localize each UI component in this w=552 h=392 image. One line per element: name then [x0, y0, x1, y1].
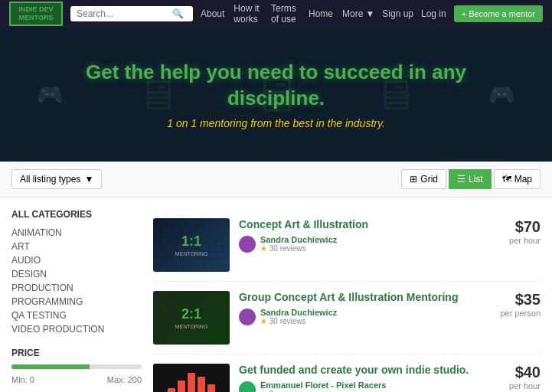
bar-1	[168, 388, 175, 393]
listing-card-3: Pixel Racers Get funded and create your …	[153, 354, 541, 392]
author-reviews-1: ★ 30 reviews	[260, 244, 337, 253]
thumb-sub-1: MENTORING	[175, 251, 208, 256]
hero-section: 🎮 🖥 🖥 🖥 🎮 Get the help you need to succe…	[0, 28, 552, 162]
category-production[interactable]: PRODUCTION	[11, 281, 142, 295]
grid-view-button[interactable]: ⊞ Grid	[401, 169, 446, 189]
categories-section: ALL CATEGORIES ANIMATION ART AUDIO DESIG…	[11, 209, 142, 336]
category-art[interactable]: ART	[11, 240, 142, 253]
listing-info-2: Group Concept Art & Illustration Mentori…	[239, 291, 478, 325]
price-unit-1: per hour	[487, 236, 541, 245]
list-view-button[interactable]: ☰ List	[449, 169, 492, 189]
listing-title-1[interactable]: Concept Art & Illustration	[239, 218, 478, 230]
log-in-link[interactable]: Log in	[421, 8, 446, 19]
price-unit-2: per person	[487, 309, 541, 318]
chevron-down-icon: ▼	[84, 174, 93, 185]
author-info-1: Sandra Duchiewicz ★ 30 reviews	[260, 235, 337, 253]
list-icon: ☰	[457, 174, 465, 185]
thumb-content-2: 2:1 MENTORING	[175, 306, 208, 329]
listing-price-3: $40 per hour	[487, 364, 541, 390]
listing-thumbnail-2[interactable]: 2:1 MENTORING	[153, 291, 230, 345]
main-content: ALL CATEGORIES ANIMATION ART AUDIO DESIG…	[0, 198, 552, 392]
bar-2	[178, 381, 185, 393]
category-video-production[interactable]: VIDEO PRODUCTION	[11, 322, 142, 336]
logo-line1: INDIE DEV	[15, 5, 57, 14]
header-actions: Sign up Log in + Become a mentor	[382, 5, 543, 22]
price-min-label: Min: 0	[11, 375, 34, 384]
author-reviews-2: ★ 30 reviews	[260, 317, 337, 325]
bar-5	[207, 384, 215, 393]
price-slider[interactable]	[11, 364, 142, 369]
bar-4	[198, 377, 205, 393]
category-qa-testing[interactable]: QA TESTING	[11, 309, 142, 322]
search-icon: 🔍	[172, 8, 184, 19]
thumb-label-1: 1:1	[175, 234, 208, 250]
chevron-down-icon: ▼	[365, 8, 374, 19]
star-rating-2: ★	[260, 317, 267, 325]
listings: 1:1 MENTORING Concept Art & Illustration…	[153, 209, 541, 392]
main-nav: About How it works Terms of use Home Mor…	[201, 3, 374, 24]
category-animation[interactable]: ANIMATION	[11, 226, 142, 240]
author-name-1[interactable]: Sandra Duchiewicz	[260, 235, 337, 244]
price-labels: Min: 0 Max: 200	[11, 375, 142, 384]
sign-up-link[interactable]: Sign up	[382, 8, 413, 19]
logo-line2: MENTORS	[15, 14, 57, 22]
listing-info-1: Concept Art & Illustration Sandra Duchie…	[239, 218, 478, 253]
listing-price-2: $35 per person	[487, 291, 541, 318]
bar-3	[188, 373, 195, 393]
sidebar: ALL CATEGORIES ANIMATION ART AUDIO DESIG…	[11, 209, 142, 392]
map-view-button[interactable]: 🗺 Map	[494, 169, 541, 189]
category-audio[interactable]: AUDIO	[11, 253, 142, 267]
view-toggle: ⊞ Grid ☰ List 🗺 Map	[401, 169, 541, 189]
price-amount-2: $35	[487, 291, 541, 309]
listing-thumbnail-3[interactable]: Pixel Racers	[153, 364, 230, 392]
nav-more[interactable]: More ▼	[342, 8, 374, 19]
star-rating-1: ★	[260, 244, 267, 253]
header: INDIE DEV MENTORS 🔍 About How it works T…	[0, 0, 552, 28]
listing-card-2: 2:1 MENTORING Group Concept Art & Illust…	[153, 282, 541, 354]
author-info-3: Emmanuel Floret - Pixel Racers ★ 9 revie…	[260, 381, 386, 392]
price-amount-3: $40	[487, 364, 541, 381]
listing-info-3: Get funded and create your own indie stu…	[239, 364, 478, 392]
listing-author-3: Emmanuel Floret - Pixel Racers ★ 9 revie…	[239, 381, 478, 392]
listing-thumbnail-1[interactable]: 1:1 MENTORING	[153, 218, 230, 272]
nav-home[interactable]: Home	[309, 8, 333, 19]
thumb-content-1: 1:1 MENTORING	[175, 234, 208, 256]
price-amount-1: $70	[487, 218, 541, 236]
hero-title: Get the help you need to succeed in any …	[47, 60, 506, 112]
hero-subtitle: 1 on 1 mentoring from the best in the in…	[167, 117, 385, 129]
listing-card: 1:1 MENTORING Concept Art & Illustration…	[153, 209, 541, 282]
search-bar: 🔍	[70, 6, 193, 21]
thumb-content-3: Pixel Racers	[168, 364, 215, 392]
author-info-2: Sandra Duchiewicz ★ 30 reviews	[260, 308, 337, 325]
map-icon: 🗺	[502, 174, 511, 185]
author-avatar-2	[239, 309, 256, 325]
search-input[interactable]	[77, 8, 168, 19]
nav-terms[interactable]: Terms of use	[271, 3, 299, 24]
listing-author-1: Sandra Duchiewicz ★ 30 reviews	[239, 235, 478, 253]
listing-title-2[interactable]: Group Concept Art & Illustration Mentori…	[239, 291, 478, 303]
thumb-sub-2: MENTORING	[175, 324, 208, 329]
listing-type-button[interactable]: All listing types ▼	[11, 169, 102, 189]
price-max-label: Max: 200	[107, 375, 142, 384]
category-design[interactable]: DESIGN	[11, 267, 142, 281]
price-section: Price Min: 0 Max: 200	[11, 348, 142, 384]
nav-how-it-works[interactable]: How it works	[234, 3, 262, 24]
become-mentor-button[interactable]: + Become a mentor	[454, 5, 543, 22]
filter-bar: All listing types ▼ ⊞ Grid ☰ List 🗺 Map	[0, 162, 552, 198]
category-programming[interactable]: PROGRAMMING	[11, 295, 142, 309]
pixel-bars	[168, 369, 215, 393]
listing-author-2: Sandra Duchiewicz ★ 30 reviews	[239, 308, 478, 325]
price-range: Min: 0 Max: 200	[11, 364, 142, 384]
author-name-3[interactable]: Emmanuel Floret - Pixel Racers	[260, 381, 386, 390]
price-title: Price	[11, 348, 142, 358]
thumb-label-2: 2:1	[175, 306, 208, 322]
listing-title-3[interactable]: Get funded and create your own indie stu…	[239, 364, 478, 376]
listing-type-label: All listing types	[20, 174, 80, 185]
nav-about[interactable]: About	[201, 8, 224, 19]
author-name-2[interactable]: Sandra Duchiewicz	[260, 308, 337, 317]
logo[interactable]: INDIE DEV MENTORS	[9, 2, 63, 26]
price-unit-3: per hour	[487, 381, 541, 390]
listing-price-1: $70 per hour	[487, 218, 541, 245]
author-avatar-1	[239, 236, 256, 253]
grid-icon: ⊞	[410, 174, 417, 185]
